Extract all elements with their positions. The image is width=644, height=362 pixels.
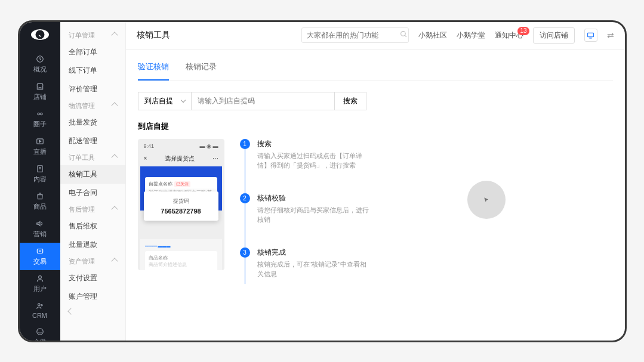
- step-desc: 请输入买家通过扫码或点击【订单详情】得到的「提货码」，进行搜索: [257, 151, 371, 171]
- section-title: 到店自提: [138, 121, 613, 132]
- nav-doc[interactable]: 内容: [20, 160, 60, 188]
- svg-point-2: [40, 113, 42, 115]
- chevron-down-icon: [180, 97, 185, 102]
- nav-trade[interactable]: 交易: [20, 243, 60, 270]
- doc-icon: [35, 165, 44, 174]
- sidebar-group[interactable]: 订单管理: [60, 28, 125, 43]
- svg-point-22: [400, 32, 405, 36]
- sidebar-group[interactable]: 订单工具: [60, 150, 125, 165]
- svg-point-10: [38, 304, 40, 306]
- store-icon: [35, 82, 44, 91]
- svg-rect-24: [588, 33, 594, 37]
- nav-user[interactable]: 用户: [20, 270, 60, 298]
- sidebar-item[interactable]: 售后维权: [60, 217, 125, 236]
- sidebar-item[interactable]: 支付设置: [60, 269, 125, 287]
- phone-mockup: 9:41▬ ◉ ▬ ×选择提货点⋯ 自提点名称已关注 浙江省杭州市西湖区文三路(…: [138, 139, 224, 270]
- pickup-type-select[interactable]: 到店自提: [138, 92, 192, 110]
- speaker-icon: [35, 219, 44, 228]
- nav-circle[interactable]: 圈子: [20, 106, 60, 133]
- chevron-up-icon: [111, 102, 118, 109]
- filter-row: 到店自提 搜索: [138, 92, 613, 110]
- nav-speaker[interactable]: 营销: [20, 215, 60, 243]
- trade-icon: [35, 247, 44, 256]
- step-title: 搜索: [257, 139, 371, 149]
- step-number: 2: [240, 193, 250, 203]
- sidebar-item[interactable]: 核销工具: [60, 165, 125, 184]
- secondary-sidebar: 订单管理全部订单线下订单评价管理物流管理批量发货配送管理订单工具核销工具电子合同…: [60, 22, 126, 341]
- sidebar-group[interactable]: 资产管理: [60, 254, 125, 269]
- tabs: 验证核销核销记录: [138, 54, 613, 81]
- top-bar: 核销工具 小鹅社区 小鹅学堂 通知中心 13 访问店铺 ⇄: [126, 22, 625, 49]
- search-button[interactable]: 搜索: [335, 92, 366, 110]
- sidebar-item[interactable]: 全部订单: [60, 43, 125, 61]
- nav-bag[interactable]: 商品: [20, 188, 60, 215]
- global-search-input[interactable]: [307, 31, 396, 39]
- circle-icon: [35, 110, 44, 119]
- sidebar-group[interactable]: 售后管理: [60, 202, 125, 217]
- svg-point-9: [38, 276, 41, 279]
- visit-shop-button[interactable]: 访问店铺: [533, 27, 575, 44]
- step-1: 1搜索请输入买家通过扫码或点击【订单详情】得到的「提货码」，进行搜索: [240, 139, 371, 171]
- sidebar-item[interactable]: 账户管理: [60, 287, 125, 306]
- step-title: 核销完成: [257, 247, 371, 258]
- pickup-code-input[interactable]: [192, 92, 335, 110]
- link-community[interactable]: 小鹅社区: [418, 30, 447, 41]
- play-icon: [35, 137, 44, 146]
- steps-guide: 1搜索请输入买家通过扫码或点击【订单详情】得到的「提货码」，进行搜索2核销校验请…: [240, 139, 371, 302]
- global-search[interactable]: [301, 27, 409, 43]
- swap-icon[interactable]: ⇄: [607, 30, 614, 40]
- sidebar-item[interactable]: 评价管理: [60, 80, 125, 98]
- sidebar-group[interactable]: 物流管理: [60, 98, 125, 113]
- display-icon[interactable]: [584, 29, 597, 42]
- sidebar-item[interactable]: 电子合同: [60, 184, 125, 202]
- wechat-icon: [35, 327, 44, 336]
- step-2: 2核销校验请您仔细核对商品与买家信息后，进行核销: [240, 193, 371, 225]
- bag-icon: [35, 192, 44, 201]
- nav-wechat[interactable]: 企微: [20, 323, 60, 342]
- tab-1[interactable]: 核销记录: [186, 54, 217, 81]
- nav-clock[interactable]: 概况: [20, 51, 60, 78]
- primary-sidebar: 概况店铺圈子直播内容商品营销交易用户CRM企微数据应用 设置常用: [20, 22, 60, 341]
- search-icon: [400, 30, 408, 40]
- sidebar-item[interactable]: 批量发货: [60, 113, 125, 132]
- chevron-up-icon: [111, 206, 118, 212]
- step-desc: 请您仔细核对商品与买家信息后，进行核销: [257, 205, 371, 225]
- step-title: 核销校验: [257, 193, 371, 203]
- svg-point-11: [41, 305, 42, 306]
- chevron-up-icon: [111, 154, 118, 160]
- step-3: 3核销完成核销完成后，可在"核销记录"中查看相关信息: [240, 247, 371, 279]
- sidebar-item[interactable]: 批量退款: [60, 236, 125, 254]
- svg-point-8: [39, 250, 40, 252]
- nav-store[interactable]: 店铺: [20, 78, 60, 106]
- sidebar-item[interactable]: 配送管理: [60, 132, 125, 150]
- svg-point-1: [37, 113, 39, 115]
- nav-crm[interactable]: CRM: [20, 298, 60, 323]
- cursor-indicator: [467, 181, 506, 219]
- app-logo[interactable]: [31, 29, 49, 40]
- step-desc: 核销完成后，可在"核销记录"中查看相关信息: [257, 259, 371, 279]
- nav-play[interactable]: 直播: [20, 133, 60, 160]
- phone-modal: 提货码 75652872798: [144, 191, 218, 221]
- link-school[interactable]: 小鹅学堂: [457, 30, 485, 41]
- link-notifications[interactable]: 通知中心 13: [495, 30, 523, 41]
- notification-badge: 13: [517, 27, 529, 35]
- chevron-up-icon: [111, 32, 118, 38]
- step-number: 3: [240, 247, 250, 258]
- sidebar-collapse[interactable]: [60, 306, 125, 317]
- svg-point-12: [36, 329, 43, 335]
- crm-icon: [35, 302, 44, 311]
- chevron-up-icon: [111, 258, 118, 264]
- clock-icon: [35, 55, 44, 64]
- tab-0[interactable]: 验证核销: [138, 54, 169, 81]
- sidebar-item[interactable]: 线下订单: [60, 61, 125, 80]
- svg-line-23: [405, 35, 406, 37]
- user-icon: [35, 274, 44, 283]
- step-number: 1: [240, 139, 250, 149]
- page-title: 核销工具: [137, 30, 170, 41]
